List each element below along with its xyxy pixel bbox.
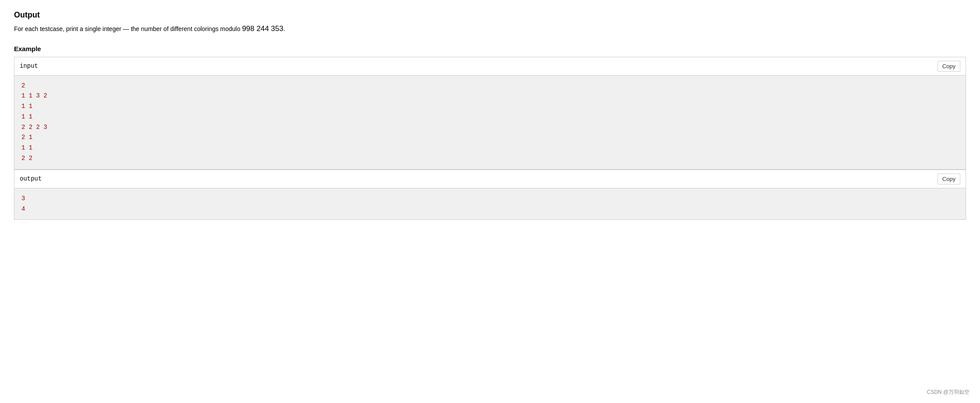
input-label: input	[20, 63, 38, 69]
modulo-number: 998 244 353	[242, 24, 284, 33]
output-line: 4	[21, 204, 959, 215]
input-block: input Copy 21 1 3 21 11 12 2 2 32 11 12 …	[14, 57, 966, 170]
output-section: Output For each testcase, print a single…	[14, 10, 966, 35]
output-header: output Copy	[14, 170, 966, 188]
input-header: input Copy	[14, 57, 966, 76]
output-title: Output	[14, 10, 966, 20]
input-line: 1 1 3 2	[21, 91, 959, 101]
input-copy-button[interactable]: Copy	[938, 61, 960, 72]
input-line: 2 2	[21, 153, 959, 164]
output-body: 34	[14, 188, 966, 220]
footer-credit: CSDN @万羽如空	[927, 389, 970, 396]
output-label: output	[20, 175, 42, 182]
output-block: output Copy 34	[14, 170, 966, 220]
input-line: 2	[21, 81, 959, 91]
output-copy-button[interactable]: Copy	[938, 174, 960, 184]
input-body: 21 1 3 21 11 12 2 2 32 11 12 2	[14, 76, 966, 169]
input-line: 1 1	[21, 101, 959, 112]
input-line: 2 2 2 3	[21, 122, 959, 133]
example-section: Example input Copy 21 1 3 21 11 12 2 2 3…	[14, 45, 966, 220]
description-suffix: .	[284, 25, 285, 32]
description-prefix: For each testcase, print a single intege…	[14, 25, 242, 32]
output-description: For each testcase, print a single intege…	[14, 23, 966, 35]
output-line: 3	[21, 194, 959, 204]
input-line: 2 1	[21, 132, 959, 143]
input-line: 1 1	[21, 112, 959, 122]
input-line: 1 1	[21, 143, 959, 153]
example-title: Example	[14, 45, 966, 52]
